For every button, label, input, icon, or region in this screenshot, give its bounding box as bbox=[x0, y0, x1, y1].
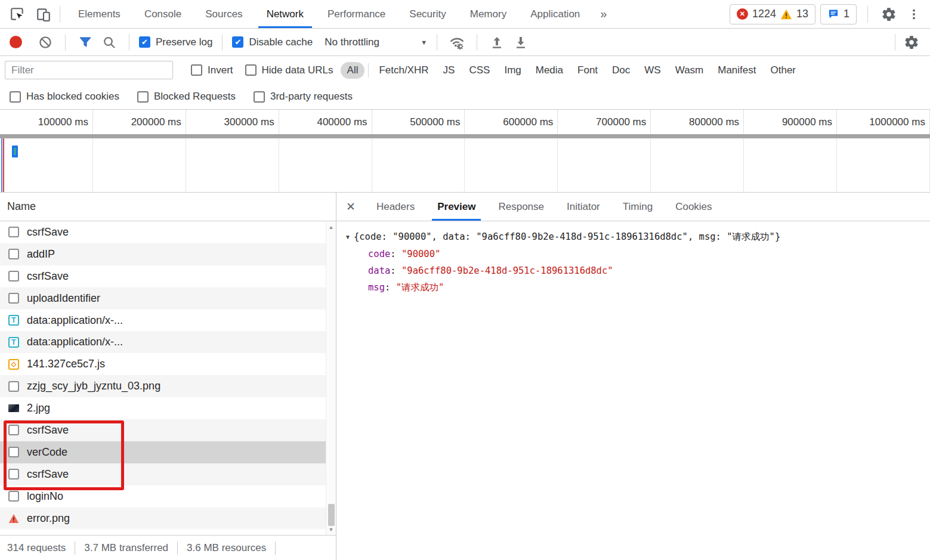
more-options-icon[interactable] bbox=[904, 4, 924, 24]
request-row[interactable]: csrfSave bbox=[0, 463, 326, 485]
tab-application[interactable]: Application bbox=[518, 0, 592, 28]
inspect-element-icon[interactable] bbox=[7, 4, 27, 24]
filter-has-blocked-cookies-toggle[interactable]: Has blocked cookies bbox=[10, 91, 119, 103]
disable-cache-checkbox[interactable]: ✔ bbox=[232, 36, 243, 48]
filter-type-manifest[interactable]: Manifest bbox=[711, 62, 762, 79]
request-row[interactable]: Tdata:application/x-... bbox=[0, 310, 326, 332]
json-key: msg bbox=[368, 282, 385, 293]
request-row[interactable]: Tdata:application/x-... bbox=[0, 331, 326, 353]
filter-3rd-party-requests-toggle[interactable]: 3rd-party requests bbox=[254, 91, 353, 103]
scrollbar-thumb[interactable] bbox=[328, 504, 335, 526]
invert-checkbox[interactable] bbox=[191, 64, 202, 76]
json-property-row[interactable]: code: "90000" bbox=[368, 246, 924, 262]
request-row[interactable]: verCode bbox=[0, 441, 326, 463]
filter-type-doc[interactable]: Doc bbox=[605, 62, 637, 79]
summary-3-6-mb-resources: 3.6 MB resources bbox=[187, 542, 266, 554]
timeline-tick: 1000000 ms bbox=[837, 110, 930, 134]
close-icon[interactable]: ✕ bbox=[346, 200, 356, 214]
import-har-icon[interactable] bbox=[487, 32, 507, 52]
detail-tab-cookies[interactable]: Cookies bbox=[664, 193, 723, 221]
tab-console[interactable]: Console bbox=[132, 0, 193, 28]
search-icon[interactable] bbox=[99, 32, 119, 52]
filter-input[interactable] bbox=[5, 61, 173, 79]
hide-data-urls-toggle[interactable]: Hide data URLs bbox=[245, 64, 333, 76]
xhr-file-icon bbox=[8, 425, 19, 435]
request-row[interactable]: 2.jpg bbox=[0, 397, 326, 419]
3rd-party-requests-checkbox[interactable] bbox=[254, 91, 265, 103]
timeline-scrubber-bar[interactable] bbox=[0, 134, 930, 138]
summary-3-7-mb-transferred: 3.7 MB transferred bbox=[84, 542, 168, 554]
filter-type-other[interactable]: Other bbox=[764, 62, 803, 79]
preserve-log-checkbox[interactable]: ✔ bbox=[139, 36, 150, 48]
request-row[interactable]: error.png bbox=[0, 508, 326, 530]
request-row[interactable]: zzjg_scy_jyb_jyzntu_03.png bbox=[0, 375, 326, 397]
errors-warnings-badge[interactable]: ✕ 1224 13 bbox=[730, 4, 815, 24]
filter-type-wasm[interactable]: Wasm bbox=[669, 62, 710, 79]
json-property-row[interactable]: msg: "请求成功" bbox=[368, 279, 924, 296]
disable-cache-toggle[interactable]: ✔ Disable cache bbox=[232, 36, 313, 48]
tab-security[interactable]: Security bbox=[397, 0, 458, 28]
filter-funnel-icon[interactable] bbox=[75, 32, 95, 52]
hide-data-urls-checkbox[interactable] bbox=[245, 64, 257, 76]
request-list-scrollbar[interactable]: ▲ ▼ bbox=[326, 221, 336, 535]
filter-type-img[interactable]: Img bbox=[498, 62, 527, 79]
xhr-file-icon bbox=[8, 381, 19, 392]
has-blocked-cookies-checkbox[interactable] bbox=[10, 91, 21, 103]
blocked-requests-checkbox[interactable] bbox=[137, 91, 149, 103]
request-row[interactable]: addIP bbox=[0, 243, 326, 265]
filter-type-media[interactable]: Media bbox=[529, 62, 570, 79]
request-name: csrfSave bbox=[27, 468, 69, 481]
clear-icon[interactable] bbox=[35, 32, 55, 52]
detail-tab-initiator[interactable]: Initiator bbox=[555, 193, 611, 221]
request-row[interactable]: csrfSave bbox=[0, 419, 326, 441]
request-row[interactable]: csrfSave bbox=[0, 265, 326, 287]
filter-type-fetch-xhr[interactable]: Fetch/XHR bbox=[372, 62, 435, 79]
detail-tab-timing[interactable]: Timing bbox=[611, 193, 664, 221]
timeline-overview[interactable]: 100000 ms200000 ms300000 ms400000 ms5000… bbox=[0, 110, 930, 193]
detail-tab-response[interactable]: Response bbox=[487, 193, 555, 221]
expand-arrow-icon[interactable]: ▼ bbox=[345, 229, 351, 246]
disable-cache-label: Disable cache bbox=[249, 36, 313, 48]
tab-memory[interactable]: Memory bbox=[458, 0, 518, 28]
request-name: 2.jpg bbox=[27, 402, 50, 414]
tab-network[interactable]: Network bbox=[255, 0, 316, 28]
filter-blocked-requests-toggle[interactable]: Blocked Requests bbox=[137, 91, 236, 103]
invert-toggle[interactable]: Invert bbox=[191, 64, 233, 76]
top-right-controls: ✕ 1224 13 1 bbox=[730, 4, 930, 24]
scroll-up-icon[interactable]: ▲ bbox=[326, 224, 336, 230]
request-row[interactable]: csrfSave bbox=[0, 221, 326, 243]
issues-badge[interactable]: 1 bbox=[820, 4, 857, 24]
record-button[interactable] bbox=[10, 36, 22, 48]
network-settings-gear-icon[interactable] bbox=[901, 32, 922, 52]
export-har-icon[interactable] bbox=[511, 32, 531, 52]
tab-sources[interactable]: Sources bbox=[193, 0, 254, 28]
name-column-header[interactable]: Name bbox=[0, 193, 336, 221]
more-tabs-icon[interactable]: » bbox=[592, 7, 615, 21]
divider bbox=[368, 63, 369, 78]
request-row[interactable]: ◇141.327ce5c7.js bbox=[0, 353, 326, 375]
filter-type-js[interactable]: JS bbox=[437, 62, 462, 79]
preserve-log-toggle[interactable]: ✔ Preserve log bbox=[139, 36, 212, 48]
tab-performance[interactable]: Performance bbox=[316, 0, 397, 28]
toggle-device-toolbar-icon[interactable] bbox=[33, 4, 54, 24]
detail-tab-headers[interactable]: Headers bbox=[365, 193, 426, 221]
filter-type-ws[interactable]: WS bbox=[638, 62, 667, 79]
throttling-dropdown[interactable]: No throttling ▼ bbox=[325, 36, 427, 48]
json-root-line[interactable]: ▼{code: "90000", data: "9a6cff80-9b2e-41… bbox=[345, 228, 924, 246]
tab-elements[interactable]: Elements bbox=[66, 0, 132, 28]
devtools-window: ElementsConsoleSourcesNetworkPerformance… bbox=[0, 0, 930, 560]
request-row[interactable]: loginNo bbox=[0, 485, 326, 508]
settings-gear-icon[interactable] bbox=[879, 4, 899, 24]
filter-type-all[interactable]: All bbox=[341, 62, 365, 79]
timeline-body[interactable] bbox=[0, 138, 930, 192]
request-row[interactable]: uploadIdentifier bbox=[0, 287, 326, 310]
filter-type-css[interactable]: CSS bbox=[462, 62, 496, 79]
detail-tabs: HeadersPreviewResponseInitiatorTimingCoo… bbox=[365, 193, 724, 221]
divider bbox=[222, 34, 223, 51]
timeline-grid-cell bbox=[93, 138, 186, 192]
json-property-row[interactable]: data: "9a6cff80-9b2e-418d-951c-18961316d… bbox=[368, 262, 924, 279]
network-conditions-icon[interactable] bbox=[447, 32, 467, 52]
filter-type-font[interactable]: Font bbox=[571, 62, 604, 79]
detail-tab-preview[interactable]: Preview bbox=[426, 193, 487, 221]
scroll-down-icon[interactable]: ▼ bbox=[326, 527, 336, 533]
